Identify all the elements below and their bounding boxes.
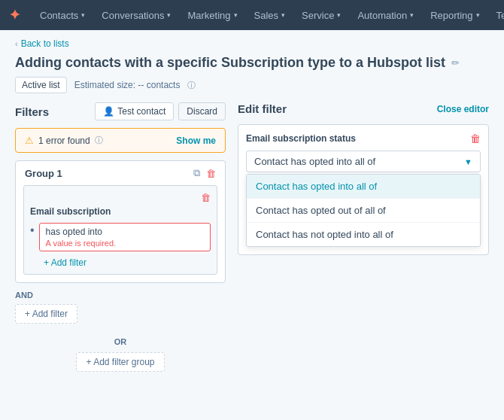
dropdown-trigger[interactable]: Contact has opted into all of ▼ [246,151,481,172]
dropdown-selected-value: Contact has opted into all of [254,156,375,167]
edit-filter-header: Edit filter Close editor [238,102,489,115]
edit-title-icon[interactable]: ✏ [451,57,460,68]
and-label: AND [15,291,226,300]
group-1-title: Group 1 [25,168,62,179]
contacts-chevron-icon: ▾ [81,11,85,19]
nav-item-template-marketplace[interactable]: Template Marketplace [489,0,504,30]
add-filter-group-button[interactable]: + Add filter group [76,352,164,372]
group-1-icons: ⧉ 🗑 [193,167,216,179]
reporting-chevron-icon: ▾ [476,11,480,19]
nav-item-conversations[interactable]: Conversations ▾ [94,0,178,30]
nav-item-reporting[interactable]: Reporting ▾ [423,0,487,30]
error-info-icon[interactable]: ⓘ [95,135,103,146]
hubspot-logo: ✦ [9,7,20,23]
show-me-link[interactable]: Show me [176,135,216,146]
nav-item-automation[interactable]: Automation ▾ [350,0,421,30]
automation-chevron-icon: ▾ [410,11,414,19]
filters-title: Filters [15,105,49,118]
list-meta: Active list Estimated size: -- contacts … [0,77,504,102]
marketing-chevron-icon: ▾ [234,11,238,19]
nav-item-sales[interactable]: Sales ▾ [247,0,293,30]
copy-group-button[interactable]: ⧉ [193,167,200,179]
field-header: Email subscription status 🗑 [246,132,481,145]
field-label: Email subscription status [246,133,356,144]
warning-icon: ⚠ [25,135,34,146]
group-1-header: Group 1 ⧉ 🗑 [16,161,225,185]
test-contact-button[interactable]: 👤 Test contact [95,102,174,120]
delete-field-button[interactable]: 🗑 [470,132,481,145]
filters-header: Filters 👤 Test contact Discard [15,102,226,120]
bullet-icon: • [30,223,35,237]
top-nav: ✦ Contacts ▾ Conversations ▾ Marketing ▾… [0,0,504,30]
delete-filter-button[interactable]: 🗑 [201,192,211,203]
nav-items: Contacts ▾ Conversations ▾ Marketing ▾ S… [32,0,504,30]
add-filter-inner-button[interactable]: + Add filter [30,254,87,268]
back-to-lists-link[interactable]: ‹Back to lists [15,38,69,49]
breadcrumb: ‹Back to lists [0,30,504,52]
filters-panel: Filters 👤 Test contact Discard ⚠ 1 error… [15,102,226,411]
page-title: Adding contacts with a specific Subscrip… [15,55,445,71]
filters-actions: 👤 Test contact Discard [95,102,226,120]
person-icon: 👤 [103,106,114,117]
edit-filter-title: Edit filter [238,102,287,115]
field-section: Email subscription status 🗑 Contact has … [238,124,489,255]
active-list-badge: Active list [15,77,67,93]
discard-button[interactable]: Discard [178,102,226,120]
close-editor-button[interactable]: Close editor [437,104,489,114]
filter-delete-row: 🗑 [30,192,211,203]
dropdown-item-2[interactable]: Contact has not opted into all of [247,223,480,246]
nav-item-contacts[interactable]: Contacts ▾ [32,0,93,30]
or-label: OR [15,337,226,346]
edit-filter-panel: Edit filter Close editor Email subscript… [226,102,489,411]
sales-chevron-icon: ▾ [281,11,285,19]
nav-item-marketing[interactable]: Marketing ▾ [180,0,244,30]
dropdown-chevron-icon: ▼ [464,157,472,166]
error-text: 1 error found [38,135,90,146]
dropdown-item-0[interactable]: Contact has opted into all of [247,175,480,199]
service-chevron-icon: ▾ [337,11,341,19]
estimated-info-icon[interactable]: ⓘ [187,80,196,91]
filter-value-text: has opted into [46,227,204,237]
dropdown-item-1[interactable]: Contact has opted out of all of [247,199,480,223]
and-section: AND + Add filter [15,291,226,324]
filter-value-box[interactable]: has opted into A value is required. [39,223,211,251]
back-chevron-icon: ‹ [15,39,18,48]
error-banner: ⚠ 1 error found ⓘ Show me [15,128,226,153]
nav-item-service[interactable]: Service ▾ [294,0,348,30]
filter-inner: 🗑 Email subscription • has opted into A … [23,185,217,275]
group-card-1: Group 1 ⧉ 🗑 🗑 Email subscription • has o… [15,160,226,283]
add-and-filter-button[interactable]: + Add filter [15,304,77,324]
dropdown-menu: Contact has opted into all of Contact ha… [246,174,481,247]
subscription-label: Email subscription [30,206,211,217]
or-section: OR + Add filter group [15,331,226,378]
error-left: ⚠ 1 error found ⓘ [25,135,103,146]
filter-item: • has opted into A value is required. [30,223,211,251]
delete-group-button[interactable]: 🗑 [206,168,216,179]
main-content: Filters 👤 Test contact Discard ⚠ 1 error… [0,102,504,411]
dropdown-container: Contact has opted into all of ▼ Contact … [246,151,481,247]
estimated-size: Estimated size: -- contacts [74,80,181,90]
conversations-chevron-icon: ▾ [167,11,171,19]
validation-error: A value is required. [46,239,204,248]
page-title-area: Adding contacts with a specific Subscrip… [0,52,504,77]
